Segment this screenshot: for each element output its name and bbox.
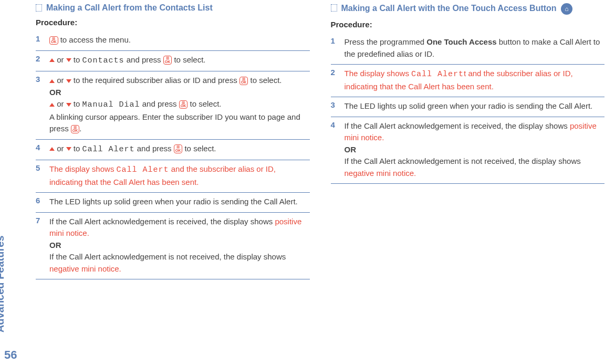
step-text: to select. [172, 55, 205, 64]
step-body: The display shows Call Alert and the sub… [49, 163, 310, 188]
step-text: to select. [182, 144, 216, 153]
negative-notice: negative mini notice. [345, 169, 416, 178]
left-step-3: 3 or to the required subscriber alias or… [36, 71, 310, 140]
right-step-4: 4 If the Call Alert acknowledgement is r… [331, 117, 605, 184]
step-number: 3 [36, 75, 42, 84]
menu-item-contacts: Contacts [82, 56, 124, 65]
negative-notice: negative mini notice. [49, 264, 121, 273]
step-text: to [71, 99, 82, 108]
step-text: If the Call Alert acknowledgement is not… [49, 252, 286, 261]
step-text: The display shows [49, 164, 117, 173]
ok-button-icon: ☰OK [174, 144, 183, 153]
left-heading-text: Making a Call Alert from the Contacts Li… [46, 3, 310, 13]
step-text: to access the menu. [58, 35, 131, 44]
heading-bullet-icon [331, 4, 337, 12]
step-text: A blinking cursor appears. Enter the sub… [49, 112, 300, 133]
right-step-3: 3 The LED lights up solid green when you… [331, 97, 605, 117]
step-body: If the Call Alert acknowledgement is rec… [49, 216, 310, 275]
step-text: or [55, 55, 66, 64]
step-body: or to the required subscriber alias or I… [49, 75, 310, 135]
arrow-up-icon [49, 147, 55, 151]
right-heading: Making a Call Alert with the One Touch A… [331, 3, 605, 15]
one-touch-access-label: One Touch Access [426, 37, 496, 46]
arrow-down-icon [66, 79, 71, 83]
step-text: or [55, 144, 66, 153]
step-body: Press the programmed One Touch Access bu… [345, 36, 605, 60]
step-number: 2 [331, 68, 337, 77]
left-step-4: 4 or to Call Alert and press ☰OK to sele… [36, 140, 310, 161]
step-number: 1 [36, 34, 42, 43]
step-text: to [71, 55, 82, 64]
step-text: Press the programmed [345, 37, 427, 46]
right-procedure-label: Procedure: [331, 20, 605, 29]
menu-item-call-alert: Call Alert [82, 145, 135, 154]
step-number: 4 [331, 120, 337, 129]
step-text: or [55, 99, 66, 108]
left-step-7: 7 If the Call Alert acknowledgement is r… [36, 213, 310, 280]
left-step-5: 5 The display shows Call Alert and the s… [36, 160, 310, 193]
step-body: The LED lights up solid green when your … [345, 100, 605, 112]
one-touch-access-icon: ⌂ [561, 3, 572, 15]
step-text: If the Call Alert acknowledgement is rec… [345, 121, 570, 130]
left-step-2: 2 or to Contacts and press ☰OK to select… [36, 51, 310, 72]
step-text: to select. [248, 76, 282, 85]
step-text: to the required subscriber alias or ID a… [71, 76, 239, 85]
left-heading: Making a Call Alert from the Contacts Li… [36, 3, 310, 13]
step-text: If the Call Alert acknowledgement is rec… [49, 217, 275, 226]
arrow-up-icon [49, 79, 55, 83]
side-section-label: Advanced Features [0, 235, 6, 332]
page-number: 56 [4, 348, 17, 362]
page-body: Making a Call Alert from the Contacts Li… [0, 0, 615, 290]
step-number: 5 [36, 163, 42, 172]
step-number: 4 [36, 143, 42, 152]
step-body: The LED lights up solid green when your … [49, 196, 310, 208]
step-body: ☰OK to access the menu. [49, 34, 310, 46]
step-body: or to Contacts and press ☰OK to select. [49, 54, 310, 67]
or-label: OR [49, 241, 61, 249]
ok-button-icon: ☰OK [163, 56, 172, 65]
left-step-6: 6 The LED lights up solid green when you… [36, 193, 310, 213]
step-number: 2 [36, 54, 42, 63]
left-procedure-label: Procedure: [36, 18, 310, 27]
step-body: or to Call Alert and press ☰OK to select… [49, 143, 310, 156]
step-text: The LED lights up solid green when your … [49, 197, 298, 206]
or-label: OR [345, 145, 357, 154]
step-text: and press [135, 144, 174, 153]
step-text: If the Call Alert acknowledgement is not… [345, 157, 581, 165]
ok-button-icon: ☰OK [179, 100, 188, 109]
left-step-1: 1 ☰OK to access the menu. [36, 31, 310, 51]
step-text: . [79, 124, 81, 133]
ok-button-icon: ☰OK [239, 77, 248, 86]
display-call-alert: Call Alert [117, 165, 169, 174]
arrow-down-icon [66, 58, 71, 62]
step-body: If the Call Alert acknowledgement is rec… [345, 120, 605, 180]
step-text: The LED lights up solid green when your … [345, 101, 593, 110]
arrow-up-icon [49, 103, 55, 107]
heading-text: Making a Call Alert with the One Touch A… [341, 4, 559, 13]
arrow-up-icon [49, 58, 55, 62]
menu-item-manual-dial: Manual Dial [82, 100, 140, 109]
step-body: The display shows Call Alertt and the su… [345, 68, 605, 92]
step-number: 3 [331, 100, 337, 109]
display-call-alert: Call Alert [411, 70, 464, 79]
or-label: OR [49, 88, 61, 97]
step-text: to [71, 144, 82, 153]
right-heading-text: Making a Call Alert with the One Touch A… [341, 3, 605, 15]
step-text: The display shows [345, 69, 412, 78]
step-number: 7 [36, 216, 42, 225]
right-column: Making a Call Alert with the One Touch A… [331, 3, 605, 279]
arrow-down-icon [66, 147, 71, 151]
left-column: Making a Call Alert from the Contacts Li… [36, 3, 310, 279]
ok-button-icon: ☰OK [71, 125, 80, 134]
heading-bullet-icon [36, 4, 42, 12]
step-text: or [55, 76, 66, 85]
right-step-1: 1 Press the programmed One Touch Access … [331, 33, 605, 65]
right-step-2: 2 The display shows Call Alertt and the … [331, 65, 605, 97]
step-text: and press [140, 99, 179, 108]
step-text: to select. [187, 99, 221, 108]
arrow-down-icon [66, 103, 71, 107]
ok-button-icon: ☰OK [49, 36, 58, 45]
step-number: 1 [331, 36, 337, 45]
step-text: and press [124, 55, 163, 64]
step-number: 6 [36, 196, 42, 205]
